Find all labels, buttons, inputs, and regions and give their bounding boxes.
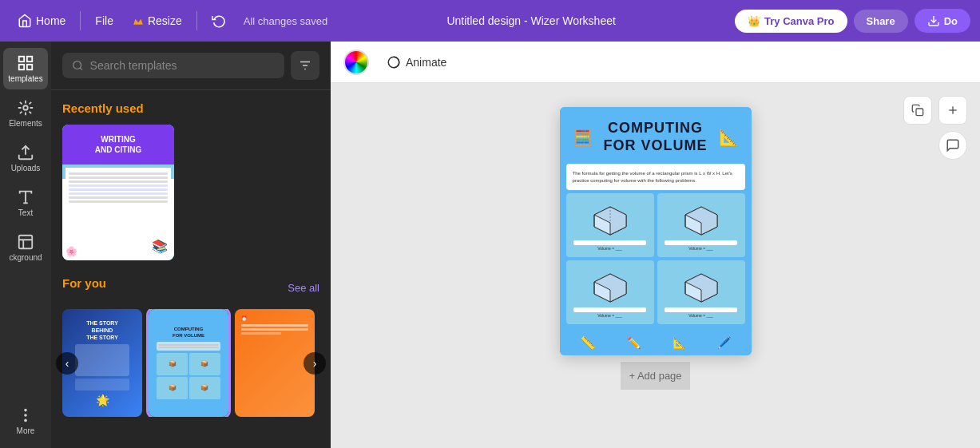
svg-rect-3 xyxy=(19,65,24,69)
crown-icon xyxy=(133,15,144,26)
canvas-toolbar: Animate xyxy=(331,42,980,83)
templates-panel: Recently used WRITINGAND CITING xyxy=(51,42,331,448)
sidebar-item-elements[interactable]: Elements xyxy=(3,93,48,134)
sidebar-item-more-label: More xyxy=(17,426,35,435)
for-you-grid: THE STORYBEHINDTHE STORY 🌟 COMPUTINGFOR … xyxy=(62,309,319,417)
svg-rect-4 xyxy=(27,65,32,69)
home-icon xyxy=(18,14,32,28)
svg-rect-9 xyxy=(19,236,33,249)
cube-svg-3 xyxy=(586,266,634,306)
sidebar-item-templates[interactable]: templates xyxy=(3,48,48,89)
template-computing-thumb[interactable]: COMPUTINGFOR VOLUME 📦 📦 📦 📦 xyxy=(149,309,228,417)
thumb-orange-inner: ⏰ xyxy=(235,309,315,417)
add-page-bar[interactable]: + Add page xyxy=(621,362,689,390)
animate-label: Animate xyxy=(406,56,446,69)
search-input[interactable] xyxy=(90,59,275,72)
add-section-icon xyxy=(946,104,959,117)
home-button[interactable]: Home xyxy=(10,9,73,33)
saved-status: All changes saved xyxy=(244,15,328,27)
home-label: Home xyxy=(36,14,65,27)
search-icon xyxy=(72,59,84,72)
templates-icon xyxy=(17,54,34,72)
elements-icon xyxy=(17,99,34,117)
share-label: Share xyxy=(867,15,895,27)
more-icon xyxy=(17,406,34,424)
file-label: File xyxy=(95,14,113,27)
for-you-label: For you xyxy=(62,276,106,290)
worksheet-cell-2: Volume = ___ xyxy=(657,193,745,257)
resize-button[interactable]: Resize xyxy=(125,10,190,32)
worksheet-cell-4: Volume = ___ xyxy=(657,260,745,324)
nav-right-actions: 👑 Try Canva Pro Share Do xyxy=(735,9,970,33)
feedback-button[interactable] xyxy=(938,131,967,160)
for-you-carousel: ‹ THE STORYBEHINDTHE STORY 🌟 xyxy=(62,309,319,417)
color-wheel[interactable] xyxy=(343,50,369,75)
worksheet-footer: 📏 ✏️ 📐 🖊️ xyxy=(560,331,752,355)
thumb-computing-inner: COMPUTINGFOR VOLUME 📦 📦 📦 📦 xyxy=(149,309,228,417)
sidebar-item-templates-label: templates xyxy=(8,74,42,83)
download-button[interactable]: Do xyxy=(915,9,970,33)
svg-point-13 xyxy=(73,61,81,69)
cube-svg-2 xyxy=(677,199,725,239)
recently-used-title: Recently used xyxy=(62,101,319,115)
canvas-content: 🧮 COMPUTING FOR VOLUME 📐 The formula for… xyxy=(331,83,980,448)
nav-divider-2 xyxy=(196,11,197,30)
sidebar-item-more[interactable]: More xyxy=(3,400,48,442)
recently-used-label: Recently used xyxy=(62,101,144,115)
worksheet-body: The formula for getting the volume of a … xyxy=(566,164,745,190)
svg-point-11 xyxy=(25,414,26,416)
svg-rect-2 xyxy=(27,57,32,61)
try-pro-label: Try Canva Pro xyxy=(764,15,834,27)
carousel-left-arrow[interactable]: ‹ xyxy=(56,352,78,375)
for-you-section: For you See all ‹ THE STORYBEHINDTHE STO… xyxy=(62,276,319,417)
undo-icon xyxy=(212,14,226,28)
carousel-right-arrow[interactable]: › xyxy=(304,352,326,375)
template-orange-thumb[interactable]: ⏰ xyxy=(235,309,315,417)
worksheet-container: 🧮 COMPUTING FOR VOLUME 📐 The formula for… xyxy=(560,107,752,390)
download-icon xyxy=(927,14,940,27)
recent-template-thumb[interactable]: WRITINGAND CITING xyxy=(62,125,174,260)
sidebar-item-uploads-label: Uploads xyxy=(11,164,41,172)
text-icon xyxy=(17,188,34,206)
duplicate-button[interactable] xyxy=(903,96,932,125)
add-page-label: + Add page xyxy=(629,370,681,382)
navbar: Home File Resize All changes saved Untit… xyxy=(0,0,980,42)
sidebar-item-elements-label: Elements xyxy=(9,119,42,128)
svg-point-5 xyxy=(23,105,28,110)
sidebar-item-background-label: ckground xyxy=(9,253,42,262)
svg-rect-1 xyxy=(19,57,24,61)
sidebar-item-text[interactable]: Text xyxy=(3,182,48,224)
worksheet-body-text: The formula for getting the volume of a … xyxy=(573,171,732,182)
try-pro-button[interactable]: 👑 Try Canva Pro xyxy=(735,10,847,33)
panel-content: Recently used WRITINGAND CITING xyxy=(51,90,331,448)
worksheet-title-line1: COMPUTING xyxy=(608,120,703,136)
search-input-wrap[interactable] xyxy=(62,53,284,78)
file-button[interactable]: File xyxy=(87,10,121,32)
resize-label: Resize xyxy=(148,14,182,27)
share-button[interactable]: Share xyxy=(854,10,908,33)
worksheet-cell-3: Volume = ___ xyxy=(566,260,654,324)
duplicate-icon xyxy=(911,104,924,117)
recently-used-section: Recently used WRITINGAND CITING xyxy=(62,101,319,260)
worksheet-title: COMPUTING FOR VOLUME xyxy=(604,120,708,154)
worksheet-title-line2: FOR VOLUME xyxy=(604,137,708,153)
feedback-icon xyxy=(946,138,960,153)
animate-button[interactable]: Animate xyxy=(379,50,454,74)
worksheet-grid: Volume = ___ xyxy=(566,193,745,324)
download-label: Do xyxy=(944,15,958,27)
see-all-button[interactable]: See all xyxy=(288,282,319,294)
for-you-title: For you xyxy=(62,276,106,290)
filter-button[interactable] xyxy=(291,51,319,80)
add-section-button[interactable] xyxy=(938,96,967,125)
canvas-actions xyxy=(903,96,967,125)
sidebar-item-text-label: Text xyxy=(18,208,33,217)
document-title: Untitled design - Wizer Worksheet xyxy=(331,14,732,27)
sidebar-item-background[interactable]: ckground xyxy=(3,227,48,268)
sidebar-item-uploads[interactable]: Uploads xyxy=(3,137,48,179)
undo-button[interactable] xyxy=(204,9,234,33)
worksheet[interactable]: 🧮 COMPUTING FOR VOLUME 📐 The formula for… xyxy=(560,107,752,355)
recent-thumb-inner: WRITINGAND CITING xyxy=(62,125,174,260)
cube-svg-1 xyxy=(586,199,634,239)
canvas-area: Animate xyxy=(331,42,980,448)
crown-icon-pro: 👑 xyxy=(748,15,760,27)
